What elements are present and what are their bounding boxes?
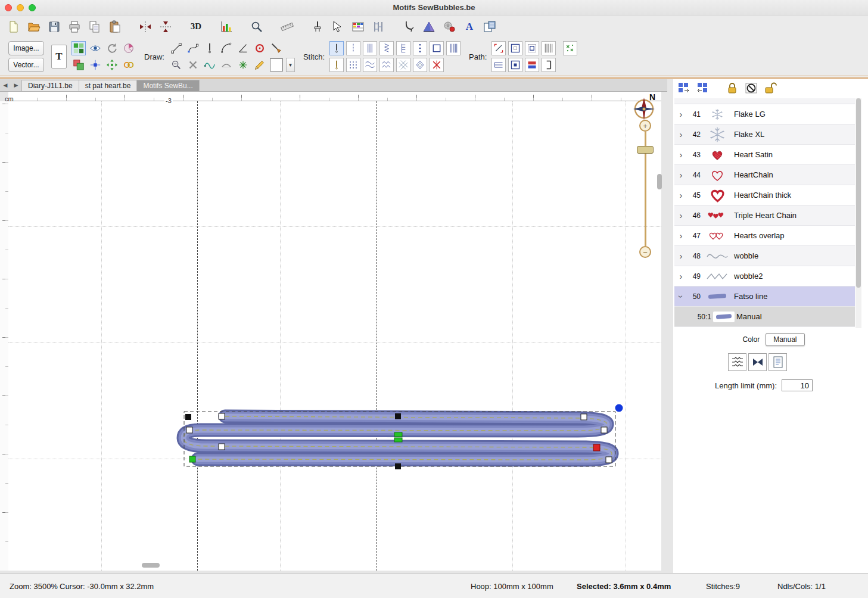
end-cap-icon[interactable] xyxy=(542,58,556,72)
motif-row-44[interactable]: › 44 HeartChain xyxy=(674,165,855,185)
motif-row-45[interactable]: › 45 HeartChain thick xyxy=(674,185,855,205)
motif-row-47[interactable]: › 47 Hearts overlap xyxy=(674,226,855,246)
print-icon[interactable] xyxy=(67,19,82,35)
vertical-scrollbar-thumb[interactable] xyxy=(657,174,662,189)
notes-icon[interactable] xyxy=(769,353,787,371)
copy-motif-icon[interactable] xyxy=(677,81,691,95)
arch-tool-icon[interactable] xyxy=(219,58,234,72)
fan-icon[interactable] xyxy=(421,19,437,35)
wave-fill-icon[interactable] xyxy=(363,58,377,72)
pointer-icon[interactable] xyxy=(330,19,346,35)
hook-icon[interactable] xyxy=(401,19,416,35)
diamond-fill-icon[interactable] xyxy=(413,58,427,72)
machine-foot-icon[interactable] xyxy=(310,19,325,35)
needle-tool-icon[interactable] xyxy=(203,41,217,55)
path-transform-icon[interactable] xyxy=(491,41,506,55)
paste-motif-icon[interactable] xyxy=(696,81,710,95)
expand-chevron-icon[interactable]: › xyxy=(677,151,685,158)
motif-row-42[interactable]: › 42 Flake XL xyxy=(674,124,855,145)
expand-chevron-icon[interactable]: › xyxy=(677,172,685,179)
pencil-tool-icon[interactable] xyxy=(253,58,267,72)
motif-row-50-selected[interactable]: › 50 Fatso line xyxy=(674,286,855,307)
dot-column-icon[interactable] xyxy=(413,41,427,55)
expand-chevron-icon[interactable]: › xyxy=(677,253,685,260)
embroidery-design-layer[interactable] xyxy=(8,101,661,571)
motif-row-49[interactable]: › 49 wobble2 xyxy=(674,266,855,286)
design-canvas[interactable] xyxy=(8,101,661,571)
open-file-icon[interactable] xyxy=(26,19,42,35)
measure-icon[interactable] xyxy=(279,19,295,35)
bezier-tool-icon[interactable] xyxy=(186,41,200,55)
length-limit-input[interactable] xyxy=(782,379,813,391)
outline-outer-icon[interactable] xyxy=(508,41,522,55)
view-3d-icon[interactable]: 3D xyxy=(188,19,204,35)
paste-icon[interactable] xyxy=(107,19,123,35)
expand-chevron-icon[interactable]: › xyxy=(677,131,685,138)
zoom-select-tool-icon[interactable] xyxy=(169,58,183,72)
link-rings-icon[interactable] xyxy=(122,58,136,72)
motif-subrow-50-1[interactable]: 50:1 Manual xyxy=(674,307,855,327)
maximize-window-button[interactable] xyxy=(29,4,36,11)
color-blocks-icon[interactable] xyxy=(71,41,86,55)
outline-center-icon[interactable] xyxy=(508,58,522,72)
save-icon[interactable] xyxy=(46,19,62,35)
tab-diary[interactable]: Diary-J1L1.be xyxy=(21,80,79,91)
lock-icon[interactable] xyxy=(725,81,739,95)
tab-nav-right-icon[interactable]: ▶ xyxy=(11,79,21,91)
tab-color[interactable]: Color xyxy=(736,334,766,345)
color-swatch-icon[interactable] xyxy=(269,58,284,72)
rotate-icon[interactable] xyxy=(105,41,119,55)
move-node-icon[interactable] xyxy=(88,58,102,72)
expand-chevron-icon[interactable]: › xyxy=(677,232,685,239)
expand-icon[interactable] xyxy=(105,58,119,72)
motif-row-46[interactable]: › 46 Triple Heart Chain xyxy=(674,205,855,226)
zoom-slider-handle[interactable] xyxy=(637,146,654,154)
wave-tool-icon[interactable] xyxy=(203,58,217,72)
copy-icon[interactable] xyxy=(87,19,102,35)
motif-list-scrollbar[interactable] xyxy=(855,98,861,328)
motif-row-48[interactable]: › 48 wobble xyxy=(674,246,855,266)
unlock-icon[interactable] xyxy=(763,81,777,95)
zoom-in-button[interactable]: + xyxy=(639,120,651,132)
layers-icon[interactable] xyxy=(71,58,86,72)
expand-chevron-icon[interactable]: › xyxy=(677,273,685,280)
tab-nav-left-icon[interactable]: ◀ xyxy=(0,79,11,91)
angle-tool-icon[interactable] xyxy=(236,41,250,55)
collapse-chevron-icon[interactable]: › xyxy=(677,292,685,301)
horizontal-scrollbar-thumb[interactable] xyxy=(142,563,160,568)
color-grid-icon[interactable] xyxy=(350,19,366,35)
density-icon[interactable] xyxy=(371,19,386,35)
new-file-icon[interactable] xyxy=(6,19,21,35)
bowtie-icon[interactable] xyxy=(748,353,767,371)
spray-tool-icon[interactable] xyxy=(236,58,250,72)
stitch-needle-icon[interactable] xyxy=(329,41,344,55)
text-tool-button[interactable]: T xyxy=(51,45,67,68)
satin-column-icon[interactable] xyxy=(363,41,377,55)
chart-icon[interactable] xyxy=(219,19,234,35)
manual-needle-icon[interactable] xyxy=(329,58,344,72)
pie-icon[interactable] xyxy=(122,41,136,55)
barcode-stitch-icon[interactable] xyxy=(446,41,461,55)
tab-st-pat-heart[interactable]: st pat heart.be xyxy=(79,80,138,91)
motif-fill-icon[interactable] xyxy=(379,58,394,72)
lattice-fill-icon[interactable] xyxy=(396,58,410,72)
line-tool-icon[interactable] xyxy=(169,41,183,55)
motif-run-lines-icon[interactable] xyxy=(728,353,746,371)
scatter-icon[interactable] xyxy=(563,41,577,55)
close-window-button[interactable] xyxy=(5,4,12,11)
mirror-vertical-icon[interactable] xyxy=(158,19,173,35)
tab-manual[interactable]: Manual xyxy=(766,333,804,346)
e-stitch-icon[interactable] xyxy=(396,41,410,55)
applique-icon[interactable] xyxy=(430,41,444,55)
mirror-horizontal-icon[interactable] xyxy=(138,19,153,35)
thread-colors-icon[interactable] xyxy=(441,19,457,35)
swatch-dropdown-icon[interactable]: ▼ xyxy=(286,58,295,72)
cross-fill-icon[interactable] xyxy=(430,58,444,72)
motif-row-43[interactable]: › 43 Heart Satin xyxy=(674,145,855,165)
tab-motifs-active[interactable]: Motifs SewBu... xyxy=(136,80,199,91)
grid-fill-icon[interactable] xyxy=(346,58,360,72)
show-hide-icon[interactable] xyxy=(88,41,102,55)
flatten-path-icon[interactable] xyxy=(491,58,506,72)
hatch-icon[interactable] xyxy=(542,41,556,55)
expand-chevron-icon[interactable]: › xyxy=(677,192,685,199)
